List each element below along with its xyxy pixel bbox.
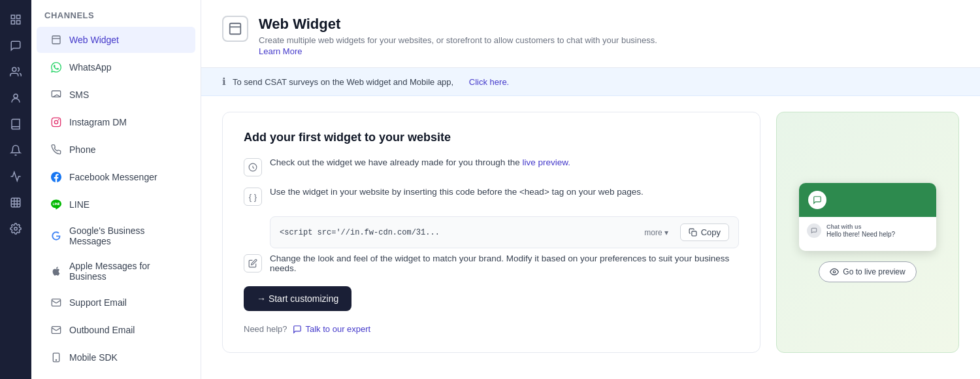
info-banner: ℹ To send CSAT surveys on the Web widget… (201, 68, 980, 96)
instagram-icon (50, 116, 63, 129)
icon-bar-settings[interactable] (4, 217, 27, 240)
icon-bar-notifications[interactable] (4, 139, 27, 162)
sidebar-item-web-widget[interactable]: Web Widget (37, 27, 195, 53)
google-icon (50, 229, 63, 242)
icon-bar-reports[interactable] (4, 112, 27, 136)
step-3: Change the look and feel of the widget t… (244, 254, 739, 273)
content-area: Add your first widget to your website Ch… (201, 96, 980, 369)
sidebar-item-whatsapp[interactable]: WhatsApp (37, 54, 195, 80)
need-help-text: Need help? (244, 324, 287, 334)
svg-rect-3 (17, 21, 20, 24)
step2-text: Use the widget in your website by insert… (270, 187, 644, 197)
sidebar-item-facebook[interactable]: Facebook Messenger (37, 164, 195, 190)
widget-icon (50, 33, 63, 46)
step-1: Check out the widget we have already mad… (244, 157, 739, 176)
code-block-wrapper: <script src='//in.fw-cdn.com/31... more … (270, 216, 739, 248)
svg-rect-14 (52, 327, 60, 334)
whatsapp-icon (50, 61, 63, 74)
page-description: Create multiple web widgets for your web… (259, 35, 657, 45)
main-content: Web Widget Create multiple web widgets f… (201, 0, 980, 379)
sidebar-item-instagram[interactable]: Instagram DM (37, 109, 195, 135)
icon-bar-contacts[interactable] (4, 60, 27, 84)
icon-bar-dashboard[interactable] (4, 8, 27, 31)
svg-rect-8 (52, 36, 60, 44)
sidebar-item-support-email[interactable]: Support Email (37, 289, 195, 316)
info-banner-text: To send CSAT surveys on the Web widget a… (233, 77, 453, 87)
svg-rect-13 (52, 299, 60, 306)
sidebar-item-label: WhatsApp (69, 62, 112, 73)
svg-point-5 (14, 94, 18, 98)
sidebar-item-line[interactable]: LINE (37, 191, 195, 218)
svg-rect-19 (692, 231, 696, 236)
sidebar-item-label: Support Email (69, 297, 127, 308)
icon-bar-integrations[interactable] (4, 191, 27, 214)
icon-bar-campaigns[interactable] (4, 165, 27, 188)
eye-icon (830, 267, 839, 276)
step1-icon (244, 158, 262, 176)
facebook-icon (50, 171, 63, 184)
sidebar-item-sms[interactable]: SMS (37, 82, 195, 108)
svg-point-4 (12, 67, 16, 71)
icon-bar-inbox[interactable] (4, 34, 27, 58)
svg-point-20 (834, 271, 836, 273)
sidebar-item-label: Instagram DM (69, 117, 127, 127)
sidebar-item-label: Outbound Email (69, 325, 135, 335)
page-header: Web Widget Create multiple web widgets f… (201, 0, 980, 68)
outbound-email-icon (50, 323, 63, 337)
sidebar-item-phone[interactable]: Phone (37, 137, 195, 163)
sms-icon (50, 88, 63, 101)
preview-widget: Chat with us Hello there! Need help? (799, 183, 936, 251)
sidebar-item-google-business[interactable]: Google's Business Messages (37, 219, 195, 253)
widget-card: Add your first widget to your website Ch… (222, 112, 760, 353)
help-section: Need help? Talk to our expert (244, 324, 739, 334)
sidebar: Channels Web Widget WhatsApp SMS Instagr… (31, 0, 201, 379)
preview-panel: Chat with us Hello there! Need help? Go … (776, 112, 959, 353)
svg-rect-1 (17, 15, 20, 18)
info-banner-link[interactable]: Click here. (469, 77, 509, 87)
sidebar-item-label: Phone (69, 144, 95, 155)
sidebar-item-label: Facebook Messenger (69, 172, 157, 182)
step-2: { } Use the widget in your website by in… (244, 187, 739, 206)
preview-avatar (808, 191, 826, 209)
svg-rect-0 (11, 15, 14, 18)
svg-point-11 (54, 120, 57, 124)
sidebar-item-mobile-sdk[interactable]: Mobile SDK (37, 344, 195, 371)
mobile-sdk-icon (50, 351, 63, 364)
copy-button[interactable]: Copy (680, 223, 729, 241)
icon-bar (0, 0, 31, 379)
chevron-down-icon: ▾ (664, 228, 668, 237)
learn-more-link[interactable]: Learn More (259, 46, 302, 56)
sidebar-item-label: Web Widget (69, 35, 119, 45)
svg-rect-17 (230, 24, 241, 35)
card-title: Add your first widget to your website (244, 131, 739, 144)
sidebar-item-label: Google's Business Messages (69, 225, 182, 246)
step3-icon (244, 254, 262, 272)
page-header-icon (222, 16, 248, 42)
chat-content: Chat with us Hello there! Need help? (826, 223, 895, 239)
chat-avatar (807, 223, 821, 238)
page-title: Web Widget (259, 16, 657, 33)
sidebar-item-apple-messages[interactable]: Apple Messages for Business (37, 254, 195, 288)
apple-icon (50, 265, 63, 278)
more-button[interactable]: more ▾ (640, 225, 672, 240)
svg-point-7 (14, 227, 18, 231)
icon-bar-user[interactable] (4, 86, 27, 110)
info-icon: ℹ (222, 76, 226, 88)
sidebar-item-label: LINE (69, 199, 90, 210)
svg-rect-10 (52, 118, 60, 126)
svg-point-16 (56, 359, 56, 360)
step3-text: Change the look and feel of the widget t… (270, 254, 739, 273)
talk-to-expert-link[interactable]: Talk to our expert (293, 324, 371, 334)
sidebar-item-outbound-email[interactable]: Outbound Email (37, 317, 195, 343)
go-to-live-preview-button[interactable]: Go to live preview (819, 261, 916, 282)
preview-chat-item: Chat with us Hello there! Need help? (807, 223, 928, 239)
live-preview-link[interactable]: live preview. (523, 157, 571, 167)
step1-text: Check out the widget we have already mad… (270, 157, 570, 167)
line-icon (50, 198, 63, 211)
sidebar-item-channel-apps[interactable]: Channel Apps (37, 372, 195, 379)
start-customizing-button[interactable]: → Start customizing (244, 286, 351, 311)
svg-point-12 (58, 120, 59, 120)
sidebar-item-label: SMS (69, 90, 89, 100)
svg-rect-2 (11, 21, 14, 24)
sidebar-item-label: Apple Messages for Business (69, 261, 182, 282)
